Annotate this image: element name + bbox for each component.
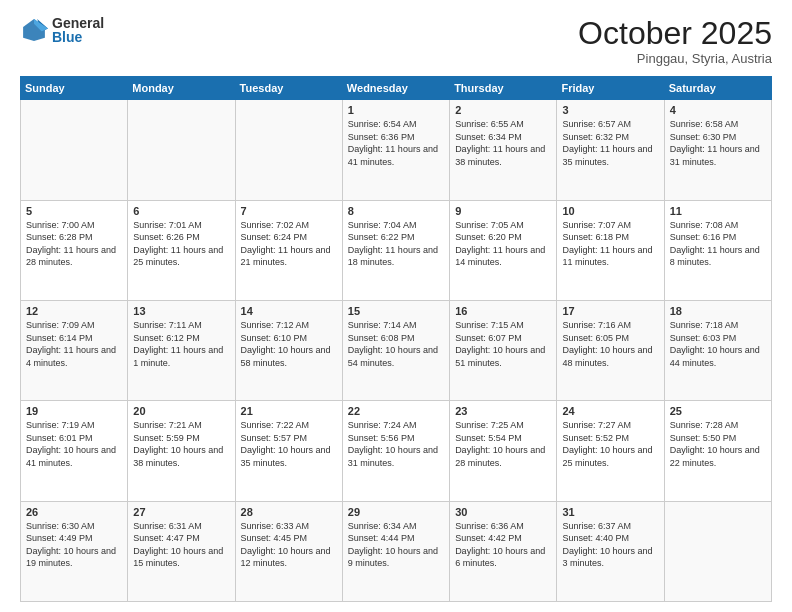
week-row-4: 19Sunrise: 7:19 AM Sunset: 6:01 PM Dayli… [21, 401, 772, 501]
day-number: 21 [241, 405, 337, 417]
calendar-cell: 17Sunrise: 7:16 AM Sunset: 6:05 PM Dayli… [557, 300, 664, 400]
day-number: 9 [455, 205, 551, 217]
day-header-friday: Friday [557, 77, 664, 100]
calendar-cell: 18Sunrise: 7:18 AM Sunset: 6:03 PM Dayli… [664, 300, 771, 400]
calendar-cell: 10Sunrise: 7:07 AM Sunset: 6:18 PM Dayli… [557, 200, 664, 300]
day-number: 28 [241, 506, 337, 518]
calendar-cell: 6Sunrise: 7:01 AM Sunset: 6:26 PM Daylig… [128, 200, 235, 300]
calendar-cell: 24Sunrise: 7:27 AM Sunset: 5:52 PM Dayli… [557, 401, 664, 501]
calendar-cell: 16Sunrise: 7:15 AM Sunset: 6:07 PM Dayli… [450, 300, 557, 400]
day-header-tuesday: Tuesday [235, 77, 342, 100]
location-subtitle: Pinggau, Styria, Austria [578, 51, 772, 66]
logo-text: General Blue [52, 16, 104, 44]
calendar-cell: 20Sunrise: 7:21 AM Sunset: 5:59 PM Dayli… [128, 401, 235, 501]
calendar-cell: 8Sunrise: 7:04 AM Sunset: 6:22 PM Daylig… [342, 200, 449, 300]
cell-info: Sunrise: 6:54 AM Sunset: 6:36 PM Dayligh… [348, 118, 444, 168]
cell-info: Sunrise: 7:15 AM Sunset: 6:07 PM Dayligh… [455, 319, 551, 369]
day-number: 18 [670, 305, 766, 317]
cell-info: Sunrise: 7:01 AM Sunset: 6:26 PM Dayligh… [133, 219, 229, 269]
calendar-cell: 21Sunrise: 7:22 AM Sunset: 5:57 PM Dayli… [235, 401, 342, 501]
cell-info: Sunrise: 7:16 AM Sunset: 6:05 PM Dayligh… [562, 319, 658, 369]
cell-info: Sunrise: 7:04 AM Sunset: 6:22 PM Dayligh… [348, 219, 444, 269]
week-row-3: 12Sunrise: 7:09 AM Sunset: 6:14 PM Dayli… [21, 300, 772, 400]
day-headers-row: SundayMondayTuesdayWednesdayThursdayFrid… [21, 77, 772, 100]
day-number: 10 [562, 205, 658, 217]
calendar-cell [128, 100, 235, 200]
cell-info: Sunrise: 7:14 AM Sunset: 6:08 PM Dayligh… [348, 319, 444, 369]
day-number: 26 [26, 506, 122, 518]
calendar-cell: 12Sunrise: 7:09 AM Sunset: 6:14 PM Dayli… [21, 300, 128, 400]
day-number: 8 [348, 205, 444, 217]
day-header-wednesday: Wednesday [342, 77, 449, 100]
calendar-cell: 2Sunrise: 6:55 AM Sunset: 6:34 PM Daylig… [450, 100, 557, 200]
day-number: 30 [455, 506, 551, 518]
day-number: 22 [348, 405, 444, 417]
cell-info: Sunrise: 7:27 AM Sunset: 5:52 PM Dayligh… [562, 419, 658, 469]
calendar-cell: 19Sunrise: 7:19 AM Sunset: 6:01 PM Dayli… [21, 401, 128, 501]
calendar-cell [664, 501, 771, 601]
cell-info: Sunrise: 7:12 AM Sunset: 6:10 PM Dayligh… [241, 319, 337, 369]
calendar-cell: 7Sunrise: 7:02 AM Sunset: 6:24 PM Daylig… [235, 200, 342, 300]
day-number: 11 [670, 205, 766, 217]
calendar-cell: 22Sunrise: 7:24 AM Sunset: 5:56 PM Dayli… [342, 401, 449, 501]
cell-info: Sunrise: 7:22 AM Sunset: 5:57 PM Dayligh… [241, 419, 337, 469]
day-number: 16 [455, 305, 551, 317]
calendar-cell: 26Sunrise: 6:30 AM Sunset: 4:49 PM Dayli… [21, 501, 128, 601]
day-number: 12 [26, 305, 122, 317]
calendar-cell: 30Sunrise: 6:36 AM Sunset: 4:42 PM Dayli… [450, 501, 557, 601]
cell-info: Sunrise: 6:55 AM Sunset: 6:34 PM Dayligh… [455, 118, 551, 168]
day-number: 7 [241, 205, 337, 217]
cell-info: Sunrise: 7:25 AM Sunset: 5:54 PM Dayligh… [455, 419, 551, 469]
calendar-cell: 15Sunrise: 7:14 AM Sunset: 6:08 PM Dayli… [342, 300, 449, 400]
week-row-5: 26Sunrise: 6:30 AM Sunset: 4:49 PM Dayli… [21, 501, 772, 601]
day-number: 23 [455, 405, 551, 417]
cell-info: Sunrise: 7:07 AM Sunset: 6:18 PM Dayligh… [562, 219, 658, 269]
day-number: 13 [133, 305, 229, 317]
day-header-thursday: Thursday [450, 77, 557, 100]
day-number: 1 [348, 104, 444, 116]
cell-info: Sunrise: 6:37 AM Sunset: 4:40 PM Dayligh… [562, 520, 658, 570]
day-number: 3 [562, 104, 658, 116]
day-header-sunday: Sunday [21, 77, 128, 100]
cell-info: Sunrise: 6:58 AM Sunset: 6:30 PM Dayligh… [670, 118, 766, 168]
day-number: 20 [133, 405, 229, 417]
day-number: 14 [241, 305, 337, 317]
calendar-cell: 9Sunrise: 7:05 AM Sunset: 6:20 PM Daylig… [450, 200, 557, 300]
calendar-cell: 28Sunrise: 6:33 AM Sunset: 4:45 PM Dayli… [235, 501, 342, 601]
header: General Blue October 2025 Pinggau, Styri… [20, 16, 772, 66]
cell-info: Sunrise: 7:24 AM Sunset: 5:56 PM Dayligh… [348, 419, 444, 469]
cell-info: Sunrise: 7:02 AM Sunset: 6:24 PM Dayligh… [241, 219, 337, 269]
calendar-cell [21, 100, 128, 200]
day-number: 31 [562, 506, 658, 518]
logo-icon [20, 16, 48, 44]
week-row-1: 1Sunrise: 6:54 AM Sunset: 6:36 PM Daylig… [21, 100, 772, 200]
day-number: 5 [26, 205, 122, 217]
day-number: 2 [455, 104, 551, 116]
calendar-cell: 31Sunrise: 6:37 AM Sunset: 4:40 PM Dayli… [557, 501, 664, 601]
calendar-cell: 13Sunrise: 7:11 AM Sunset: 6:12 PM Dayli… [128, 300, 235, 400]
calendar-cell: 27Sunrise: 6:31 AM Sunset: 4:47 PM Dayli… [128, 501, 235, 601]
calendar-table: SundayMondayTuesdayWednesdayThursdayFrid… [20, 76, 772, 602]
calendar-cell: 14Sunrise: 7:12 AM Sunset: 6:10 PM Dayli… [235, 300, 342, 400]
day-number: 27 [133, 506, 229, 518]
logo: General Blue [20, 16, 104, 44]
day-number: 24 [562, 405, 658, 417]
logo-blue: Blue [52, 30, 104, 44]
calendar-cell [235, 100, 342, 200]
calendar-cell: 4Sunrise: 6:58 AM Sunset: 6:30 PM Daylig… [664, 100, 771, 200]
day-number: 17 [562, 305, 658, 317]
calendar-cell: 25Sunrise: 7:28 AM Sunset: 5:50 PM Dayli… [664, 401, 771, 501]
day-header-monday: Monday [128, 77, 235, 100]
cell-info: Sunrise: 7:19 AM Sunset: 6:01 PM Dayligh… [26, 419, 122, 469]
cell-info: Sunrise: 6:33 AM Sunset: 4:45 PM Dayligh… [241, 520, 337, 570]
cell-info: Sunrise: 6:34 AM Sunset: 4:44 PM Dayligh… [348, 520, 444, 570]
cell-info: Sunrise: 6:31 AM Sunset: 4:47 PM Dayligh… [133, 520, 229, 570]
cell-info: Sunrise: 7:05 AM Sunset: 6:20 PM Dayligh… [455, 219, 551, 269]
cell-info: Sunrise: 7:00 AM Sunset: 6:28 PM Dayligh… [26, 219, 122, 269]
cell-info: Sunrise: 7:21 AM Sunset: 5:59 PM Dayligh… [133, 419, 229, 469]
page: General Blue October 2025 Pinggau, Styri… [0, 0, 792, 612]
calendar-cell: 29Sunrise: 6:34 AM Sunset: 4:44 PM Dayli… [342, 501, 449, 601]
day-number: 19 [26, 405, 122, 417]
cell-info: Sunrise: 7:09 AM Sunset: 6:14 PM Dayligh… [26, 319, 122, 369]
cell-info: Sunrise: 7:08 AM Sunset: 6:16 PM Dayligh… [670, 219, 766, 269]
